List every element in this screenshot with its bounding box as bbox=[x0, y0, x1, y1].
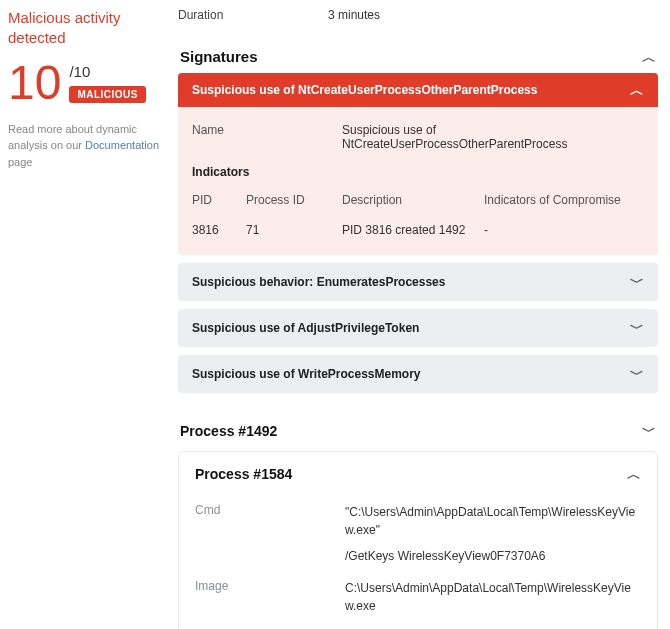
main-content: Duration 3 minutes Signatures ︿ Suspicio… bbox=[170, 8, 658, 629]
duration-label: Duration bbox=[178, 8, 328, 22]
score-out-of: /10 bbox=[69, 63, 146, 80]
col-description: Description bbox=[342, 193, 484, 207]
chevron-down-icon: ﹀ bbox=[642, 424, 656, 438]
malicious-badge: MALICIOUS bbox=[69, 86, 146, 103]
process-1584-title: Process #1584 bbox=[195, 466, 292, 482]
chevron-down-icon: ﹀ bbox=[630, 275, 644, 289]
meta-duration: Duration 3 minutes bbox=[178, 8, 658, 22]
signature-collapsed[interactable]: Suspicious use of AdjustPrivilegeToken ﹀ bbox=[178, 309, 658, 347]
chevron-up-icon: ︿ bbox=[642, 50, 656, 64]
score-block: 10 /10 MALICIOUS bbox=[8, 59, 160, 107]
chevron-down-icon: ﹀ bbox=[630, 321, 644, 335]
cmd-line2: /GetKeys WirelessKeyView0F7370A6 bbox=[345, 547, 641, 565]
signature-collapsed-label: Suspicious use of WriteProcessMemory bbox=[192, 367, 421, 381]
col-ioc: Indicators of Compromise bbox=[484, 193, 644, 207]
name-value: Suspicious use of NtCreateUserProcessOth… bbox=[342, 123, 644, 151]
cell-description: PID 3816 created 1492 bbox=[342, 223, 484, 237]
signature-open-header[interactable]: Suspicious use of NtCreateUserProcessOth… bbox=[178, 73, 658, 107]
signatures-heading-label: Signatures bbox=[180, 48, 258, 65]
process-1584-heading[interactable]: Process #1584 ︿ bbox=[195, 466, 641, 496]
name-label: Name bbox=[192, 123, 342, 151]
image-value: C:\Users\Admin\AppData\Local\Temp\Wirele… bbox=[345, 579, 641, 615]
process-1492-title: Process #1492 bbox=[180, 423, 277, 439]
image-label: Image bbox=[195, 579, 345, 593]
cell-pid: 3816 bbox=[192, 223, 246, 237]
signature-collapsed[interactable]: Suspicious use of WriteProcessMemory ﹀ bbox=[178, 355, 658, 393]
duration-value: 3 minutes bbox=[328, 8, 380, 22]
indicators-label: Indicators bbox=[192, 157, 644, 185]
chevron-up-icon: ︿ bbox=[630, 83, 644, 97]
cell-ioc: - bbox=[484, 223, 644, 237]
cmd-line1: "C:\Users\Admin\AppData\Local\Temp\Wirel… bbox=[345, 505, 635, 537]
score-value: 10 bbox=[8, 59, 61, 107]
sidebar: Malicious activity detected 10 /10 MALIC… bbox=[8, 8, 170, 629]
cell-process-id: 71 bbox=[246, 223, 342, 237]
documentation-link[interactable]: Documentation bbox=[85, 139, 159, 151]
col-process-id: Process ID bbox=[246, 193, 342, 207]
chevron-down-icon: ﹀ bbox=[630, 367, 644, 381]
signature-collapsed-label: Suspicious use of AdjustPrivilegeToken bbox=[192, 321, 419, 335]
signature-collapsed-label: Suspicious behavior: EnumeratesProcesses bbox=[192, 275, 445, 289]
table-row: 3816 71 PID 3816 created 1492 - bbox=[192, 215, 644, 245]
signatures-heading[interactable]: Signatures ︿ bbox=[178, 40, 658, 73]
indicators-table: PID Process ID Description Indicators of… bbox=[192, 185, 644, 245]
verdict-title: Malicious activity detected bbox=[8, 8, 160, 49]
col-pid: PID bbox=[192, 193, 246, 207]
chevron-up-icon: ︿ bbox=[627, 467, 641, 481]
process-1492-heading[interactable]: Process #1492 ﹀ bbox=[178, 415, 658, 451]
read-more-post: page bbox=[8, 156, 32, 168]
signature-open-panel: Suspicious use of NtCreateUserProcessOth… bbox=[178, 73, 658, 255]
read-more-text: Read more about dynamic analysis on our … bbox=[8, 121, 160, 171]
cmd-value: "C:\Users\Admin\AppData\Local\Temp\Wirel… bbox=[345, 503, 641, 565]
cmd-label: Cmd bbox=[195, 503, 345, 517]
process-1584-card: Process #1584 ︿ Cmd "C:\Users\Admin\AppD… bbox=[178, 451, 658, 629]
signature-open-title: Suspicious use of NtCreateUserProcessOth… bbox=[192, 83, 537, 97]
signature-collapsed[interactable]: Suspicious behavior: EnumeratesProcesses… bbox=[178, 263, 658, 301]
